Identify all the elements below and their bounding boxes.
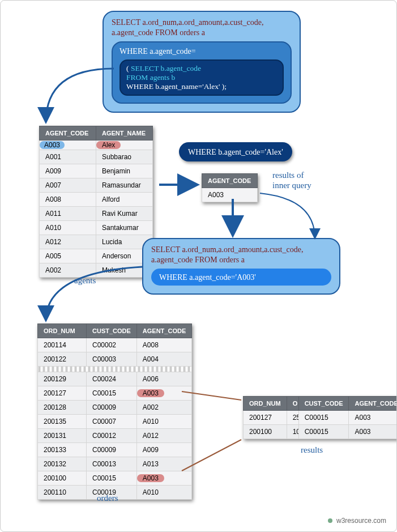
- agentcode-th: AGENT_CODE: [202, 174, 258, 188]
- sql-subquery-line3: WHERE b.agent_name='Alex' );: [126, 82, 277, 91]
- sql-select-line2: a.agent_code FROM orders a: [112, 28, 292, 38]
- table-row: 20010010C00015A003: [244, 425, 398, 439]
- agents-table: AGENT_CODE AGENT_NAME A003 Alex A001Subb…: [39, 126, 153, 278]
- table-row: A005Anderson: [40, 249, 153, 263]
- table-row: A010Santakumar: [40, 221, 153, 235]
- table-row: 200131C00012A012: [38, 429, 192, 443]
- table-row: A011Ravi Kumar: [40, 207, 153, 221]
- sql2-where-pill: WHERE a.agent_code='A003': [151, 269, 331, 286]
- table-row: 200114C00002A008: [38, 338, 192, 352]
- table-row: 200100C00015A003: [38, 471, 192, 486]
- footer-text: w3resource.com: [336, 517, 386, 525]
- results-label: results: [301, 445, 323, 455]
- results-table: ORD_NUM O CUST_CODE AGENT_CODE 20012725C…: [243, 396, 397, 439]
- inner-query-label-1: results of: [272, 171, 304, 180]
- table-row: A003: [202, 188, 258, 202]
- table-row: A012Lucida: [40, 235, 153, 249]
- table-row: A009Benjamin: [40, 164, 153, 178]
- table-row: A001Subbarao: [40, 150, 153, 164]
- where-condition-pill: WHERE b.agent_code='Alex': [179, 142, 292, 161]
- sql-outer-query: SELECT a.ord_num,a.ord_amount,a.cust_cod…: [103, 11, 301, 113]
- footer-attribution: w3resource.com: [328, 517, 386, 525]
- orders-th-num: ORD_NUM: [38, 324, 87, 338]
- results-th-o: O: [287, 397, 298, 411]
- table-row: 200132C00013A013: [38, 457, 192, 471]
- agent-code-result-table: AGENT_CODE A003: [202, 173, 258, 202]
- table-row: 200135C00007A010: [38, 415, 192, 429]
- sql2-line1: SELECT a.ord_num,a.ord_amount,a.cust_cod…: [151, 245, 331, 255]
- sql-where-text: WHERE a.agent_code=: [119, 47, 284, 56]
- orders-th-agent: AGENT_CODE: [136, 324, 191, 338]
- table-row: 20012725C00015A003: [244, 411, 398, 425]
- sql2-where-text: WHERE a.agent_code='A003': [159, 273, 256, 282]
- sql-outer-query-resolved: SELECT a.ord_num,a.ord_amount,a.cust_cod…: [142, 238, 340, 295]
- results-th-agent: AGENT_CODE: [349, 397, 397, 411]
- sql-select-line1: SELECT a.ord_num,a.ord_amount,a.cust_cod…: [112, 18, 292, 28]
- agents-th-code: AGENT_CODE: [40, 126, 96, 141]
- table-row: 200122C00003A004: [38, 352, 192, 367]
- sql-subquery-line1: ( SELECT b.agent_code: [126, 64, 277, 73]
- inner-query-label-2: inner query: [272, 181, 311, 190]
- orders-table: ORD_NUM CUST_CODE AGENT_CODE 200114C0000…: [37, 324, 192, 500]
- sql2-line2: a.agent_code FROM orders a: [151, 255, 331, 265]
- results-th-num: ORD_NUM: [244, 397, 287, 411]
- torn-row: [38, 367, 192, 372]
- orders-th-cust: CUST_CODE: [87, 324, 137, 338]
- where-condition-text: WHERE b.agent_code='Alex': [188, 148, 283, 156]
- sql-where-box: WHERE a.agent_code= ( SELECT b.agent_cod…: [112, 41, 292, 104]
- table-row: A002Mukesh: [40, 263, 153, 278]
- table-row: A007Ramasundar: [40, 178, 153, 193]
- agents-th-name: AGENT_NAME: [96, 126, 153, 141]
- table-row: A003 Alex: [40, 141, 153, 150]
- table-row: 200127C00015A003: [38, 386, 192, 401]
- sql-subquery-line2: FROM agents b: [126, 73, 277, 82]
- orders-label: orders: [97, 493, 118, 503]
- footer-dot-icon: [328, 518, 332, 523]
- table-row: A008Alford: [40, 193, 153, 207]
- table-row: 200128C00009A002: [38, 401, 192, 415]
- table-row: 200129C00024A006: [38, 372, 192, 386]
- table-row: 200133C00009A009: [38, 443, 192, 457]
- agents-label: agents: [74, 276, 96, 286]
- sql-subquery-box: ( SELECT b.agent_code FROM agents b WHER…: [119, 59, 284, 96]
- results-th-cust: CUST_CODE: [298, 397, 349, 411]
